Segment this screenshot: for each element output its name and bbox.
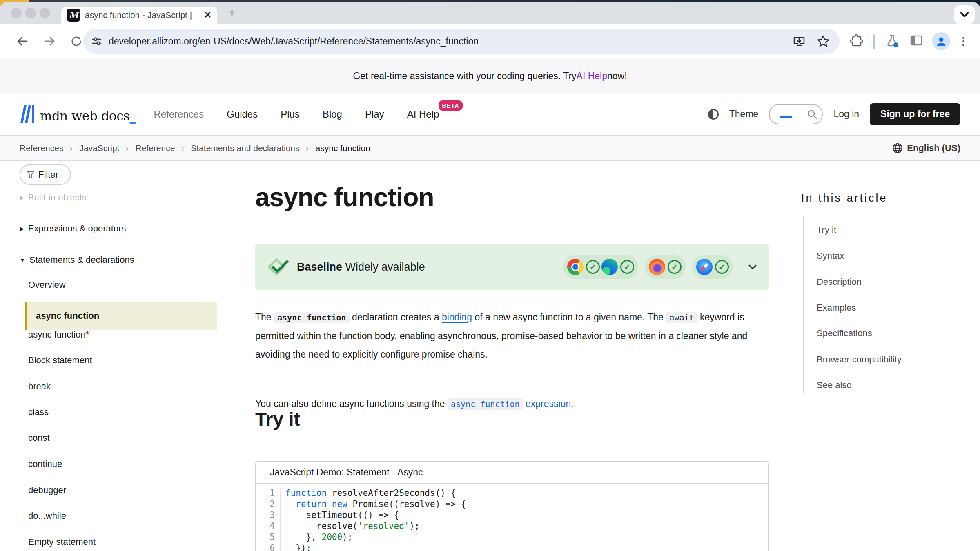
code-token: ); — [342, 532, 352, 542]
sidebar-item-break[interactable]: break — [28, 380, 51, 393]
theme-icon[interactable] — [708, 109, 719, 120]
nav-references[interactable]: References — [154, 109, 204, 120]
toc-item-see-also[interactable]: See also — [817, 380, 852, 391]
filter-label: Filter — [38, 169, 58, 180]
sidebar-section-built-in-objects[interactable]: Built-in objects — [20, 191, 87, 204]
window-zoom-button[interactable] — [40, 8, 50, 18]
code-token — [327, 499, 332, 509]
firefox-icon — [649, 259, 665, 275]
baseline-status: Widely available — [345, 261, 425, 273]
site-settings-icon[interactable] — [91, 36, 102, 47]
nav-blog[interactable]: Blog — [323, 109, 342, 120]
sidebar-filter-button[interactable]: Filter — [20, 164, 71, 185]
crumb-reference[interactable]: Reference — [135, 143, 175, 153]
sidebar-item-empty-statement[interactable]: Empty statement — [28, 536, 96, 548]
header-actions: Theme Log in Sign up for free — [708, 103, 960, 125]
back-icon[interactable] — [16, 34, 29, 48]
mdn-logo[interactable]: mdn web docs_ — [20, 105, 136, 123]
crumb-separator: › — [306, 143, 309, 153]
sidebar-section-expressions-operators[interactable]: Expressions & operators — [20, 222, 126, 235]
nav-ai-help[interactable]: AI Help BETA — [407, 109, 439, 120]
filter-funnel-icon — [27, 171, 34, 178]
tab-search-caret-button[interactable] — [954, 5, 975, 24]
inline-code-await: await — [666, 312, 697, 323]
address-bar[interactable]: developer.allizom.org/en-US/docs/Web/Jav… — [83, 29, 840, 54]
profile-avatar[interactable] — [932, 32, 950, 50]
window-minimize-button[interactable] — [25, 8, 36, 18]
nav-plus[interactable]: Plus — [281, 109, 300, 120]
crumb-statements[interactable]: Statements and declarations — [191, 143, 299, 153]
browser-toolbar: developer.allizom.org/en-US/docs/Web/Jav… — [0, 24, 980, 59]
browser-menu-icon[interactable] — [962, 35, 964, 47]
sidebar-section-statements-declarations[interactable]: Statements & declarations — [20, 254, 134, 266]
code-token: new — [332, 499, 347, 509]
beta-badge: BETA — [439, 100, 463, 111]
toc-item-examples[interactable]: Examples — [817, 302, 856, 313]
sidebar-item-block-statement[interactable]: Block statement — [28, 354, 92, 367]
check-circle-icon — [715, 260, 729, 274]
chevron-down-icon — [960, 12, 969, 18]
baseline-label: Baseline — [297, 261, 342, 273]
code-line: 6 }); — [256, 543, 768, 551]
baseline-expand-chevron-icon[interactable] — [748, 264, 757, 270]
reload-icon[interactable] — [69, 34, 83, 48]
async-function-expression-link[interactable]: async function expression — [448, 398, 571, 409]
firefox-support-pill — [645, 255, 686, 279]
crumb-references[interactable]: References — [20, 143, 63, 153]
signup-button[interactable]: Sign up for free — [870, 103, 960, 125]
new-tab-icon[interactable]: + — [228, 5, 236, 21]
theme-label[interactable]: Theme — [729, 109, 759, 120]
sidebar-item-debugger[interactable]: debugger — [28, 484, 66, 496]
extensions-icon[interactable] — [850, 34, 863, 47]
crumb-javascript[interactable]: JavaScript — [79, 143, 119, 153]
url-text[interactable]: developer.allizom.org/en-US/docs/Web/Jav… — [109, 36, 479, 47]
labs-flask-icon[interactable] — [885, 34, 899, 48]
sidebar-item-class[interactable]: class — [28, 406, 49, 418]
sidebar-item-continue[interactable]: continue — [28, 458, 62, 470]
toc-item-browser-compatibility[interactable]: Browser compatibility — [817, 354, 902, 365]
sidebar-item-async-function-active[interactable]: async function — [25, 302, 217, 330]
banner-ai-help-link[interactable]: AI Help — [577, 71, 607, 82]
demo-code-editor[interactable]: 1 function resolveAfter2Seconds() { 2 re… — [256, 484, 768, 551]
install-icon[interactable] — [793, 35, 805, 47]
bookmark-star-icon[interactable] — [817, 35, 830, 48]
expression-paragraph: You can also define async functions usin… — [255, 395, 769, 413]
crumb-separator: › — [70, 143, 73, 153]
code-line: 2 return new Promise((resolve) => { — [256, 499, 768, 510]
tab-close-icon[interactable]: ✕ — [204, 10, 212, 20]
code-token: Promise((resolve) => { — [347, 499, 466, 509]
code-token — [285, 499, 296, 509]
safari-icon — [696, 259, 713, 275]
sidebar-item-do-while[interactable]: do...while — [28, 510, 66, 522]
page-content: Filter Built-in objects Expressions & op… — [0, 161, 980, 550]
toc-item-try-it[interactable]: Try it — [817, 224, 836, 235]
code-token: return — [296, 499, 327, 509]
line-number: 2 — [256, 499, 281, 510]
sidebar-item-const[interactable]: const — [28, 432, 50, 444]
nav-play[interactable]: Play — [365, 109, 384, 120]
sidebar-item-overview[interactable]: Overview — [28, 279, 66, 291]
locale-switcher[interactable]: English (US) — [892, 143, 960, 153]
toc-item-syntax[interactable]: Syntax — [817, 251, 844, 261]
nav-guides[interactable]: Guides — [227, 109, 258, 120]
mdn-wordmark: mdn web docs_ — [40, 109, 136, 123]
side-panel-icon[interactable] — [910, 34, 923, 47]
binding-link[interactable]: binding — [442, 312, 472, 322]
crumb-separator: › — [126, 143, 129, 153]
browser-tab[interactable]: M async function - JavaScript | ✕ — [61, 7, 217, 24]
edge-icon — [601, 259, 618, 275]
window-close-button[interactable] — [11, 8, 22, 18]
inline-code-async-function: async function — [274, 312, 350, 323]
toc-heading: In this article — [801, 192, 888, 204]
toc-item-specifications[interactable]: Specifications — [817, 328, 872, 339]
promo-banner: Get real-time assistance with your codin… — [0, 59, 980, 93]
forward-icon[interactable] — [42, 34, 56, 48]
search-input[interactable] — [769, 104, 823, 124]
toc-item-description[interactable]: Description — [817, 277, 862, 287]
banner-text-suffix: now! — [607, 71, 627, 82]
login-link[interactable]: Log in — [833, 109, 859, 120]
search-icon — [807, 109, 817, 119]
line-number: 6 — [256, 543, 281, 551]
sidebar-item-async-function-star[interactable]: async function* — [28, 329, 89, 341]
desktop: { "colors": { "link_blue": "#1168d9", "b… — [0, 0, 980, 551]
